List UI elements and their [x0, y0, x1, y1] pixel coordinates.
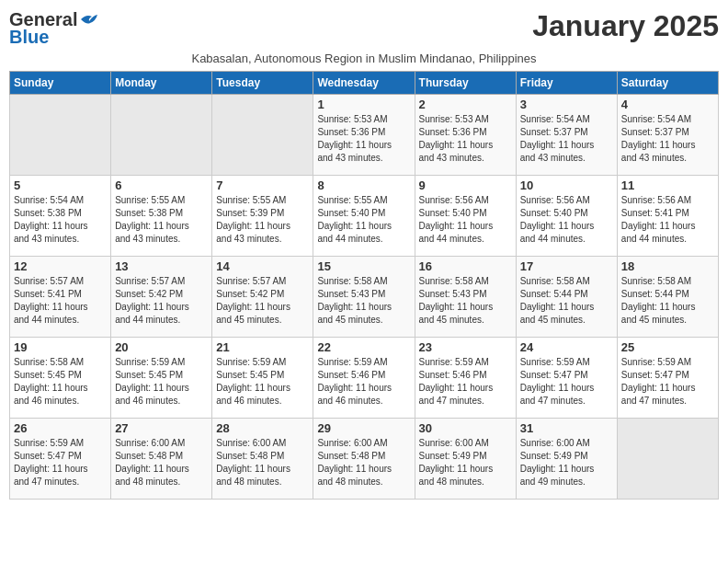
cell-text: Daylight: 11 hours — [216, 463, 309, 476]
cell-text: Sunrise: 5:58 AM — [520, 275, 613, 288]
day-number: 14 — [216, 259, 309, 273]
cell-text: and 46 minutes. — [216, 395, 309, 408]
calendar-cell: 25Sunrise: 5:59 AMSunset: 5:47 PMDayligh… — [617, 338, 718, 419]
cell-text: Sunrise: 5:54 AM — [14, 194, 107, 207]
cell-text: Sunrise: 5:58 AM — [14, 356, 107, 369]
cell-text: Sunset: 5:49 PM — [419, 450, 512, 463]
day-number: 19 — [14, 340, 107, 354]
cell-text: and 47 minutes. — [520, 395, 613, 408]
week-row-2: 5Sunrise: 5:54 AMSunset: 5:38 PMDaylight… — [10, 176, 719, 257]
calendar-table: Sunday Monday Tuesday Wednesday Thursday… — [9, 71, 719, 500]
cell-text: Daylight: 11 hours — [14, 382, 107, 395]
calendar-cell: 13Sunrise: 5:57 AMSunset: 5:42 PMDayligh… — [111, 257, 212, 338]
day-number: 31 — [520, 421, 613, 435]
calendar-cell: 30Sunrise: 6:00 AMSunset: 5:49 PMDayligh… — [415, 419, 516, 500]
cell-text: Daylight: 11 hours — [317, 220, 410, 233]
cell-text: and 46 minutes. — [115, 395, 208, 408]
calendar-cell: 1Sunrise: 5:53 AMSunset: 5:36 PMDaylight… — [313, 95, 415, 176]
header-thursday: Thursday — [415, 72, 516, 95]
cell-text: Sunset: 5:41 PM — [621, 207, 714, 220]
cell-text: and 47 minutes. — [621, 395, 714, 408]
cell-text: and 45 minutes. — [317, 314, 410, 327]
cell-text: and 48 minutes. — [317, 476, 410, 488]
calendar-cell: 16Sunrise: 5:58 AMSunset: 5:43 PMDayligh… — [415, 257, 516, 338]
subtitle: Kabasalan, Autonomous Region in Muslim M… — [9, 52, 719, 65]
cell-text: Daylight: 11 hours — [621, 301, 714, 314]
calendar-cell: 6Sunrise: 5:55 AMSunset: 5:38 PMDaylight… — [111, 176, 212, 257]
cell-text: Sunrise: 5:53 AM — [419, 113, 512, 126]
cell-text: Sunrise: 5:55 AM — [115, 194, 208, 207]
day-number: 23 — [419, 340, 512, 354]
cell-text: Sunrise: 6:00 AM — [115, 437, 208, 450]
cell-text: and 44 minutes. — [621, 233, 714, 246]
cell-text: Sunset: 5:38 PM — [115, 207, 208, 220]
day-number: 4 — [621, 98, 714, 111]
cell-text: Daylight: 11 hours — [216, 220, 309, 233]
cell-text: and 44 minutes. — [317, 233, 410, 246]
header: General Blue January 2025 — [9, 9, 719, 48]
cell-text: Sunset: 5:40 PM — [317, 207, 410, 220]
cell-text: Sunset: 5:40 PM — [419, 207, 512, 220]
cell-text: Sunrise: 5:58 AM — [419, 275, 512, 288]
logo-blue: Blue — [9, 27, 49, 48]
cell-text: Sunset: 5:38 PM — [14, 207, 107, 220]
cell-text: Daylight: 11 hours — [216, 382, 309, 395]
day-number: 13 — [115, 259, 208, 273]
calendar-cell: 22Sunrise: 5:59 AMSunset: 5:46 PMDayligh… — [313, 338, 415, 419]
calendar-cell: 18Sunrise: 5:58 AMSunset: 5:44 PMDayligh… — [617, 257, 718, 338]
cell-text: and 43 minutes. — [317, 152, 410, 165]
day-number: 17 — [520, 259, 613, 273]
cell-text: Sunrise: 5:55 AM — [317, 194, 410, 207]
cell-text: Sunset: 5:43 PM — [419, 288, 512, 301]
cell-text: and 43 minutes. — [216, 233, 309, 246]
cell-text: Daylight: 11 hours — [14, 301, 107, 314]
cell-text: and 45 minutes. — [621, 314, 714, 327]
cell-text: Sunrise: 5:59 AM — [115, 356, 208, 369]
cell-text: Daylight: 11 hours — [14, 463, 107, 476]
cell-text: Daylight: 11 hours — [419, 382, 512, 395]
day-number: 25 — [621, 340, 714, 354]
calendar-cell: 11Sunrise: 5:56 AMSunset: 5:41 PMDayligh… — [617, 176, 718, 257]
calendar-cell: 28Sunrise: 6:00 AMSunset: 5:48 PMDayligh… — [212, 419, 313, 500]
cell-text: Sunset: 5:42 PM — [115, 288, 208, 301]
cell-text: Sunset: 5:37 PM — [621, 126, 714, 139]
cell-text: and 43 minutes. — [14, 233, 107, 246]
cell-text: and 43 minutes. — [115, 233, 208, 246]
day-number: 8 — [317, 178, 410, 192]
cell-text: Sunset: 5:45 PM — [14, 369, 107, 382]
day-number: 20 — [115, 340, 208, 354]
calendar-cell: 26Sunrise: 5:59 AMSunset: 5:47 PMDayligh… — [10, 419, 111, 500]
cell-text: and 43 minutes. — [520, 152, 613, 165]
day-number: 21 — [216, 340, 309, 354]
calendar-cell: 4Sunrise: 5:54 AMSunset: 5:37 PMDaylight… — [617, 95, 718, 176]
week-row-1: 1Sunrise: 5:53 AMSunset: 5:36 PMDaylight… — [10, 95, 719, 176]
calendar-cell: 24Sunrise: 5:59 AMSunset: 5:47 PMDayligh… — [516, 338, 617, 419]
day-number: 16 — [419, 259, 512, 273]
cell-text: Sunset: 5:49 PM — [520, 450, 613, 463]
day-number: 24 — [520, 340, 613, 354]
header-monday: Monday — [111, 72, 212, 95]
cell-text: Daylight: 11 hours — [621, 220, 714, 233]
calendar-cell: 14Sunrise: 5:57 AMSunset: 5:42 PMDayligh… — [212, 257, 313, 338]
cell-text: Sunrise: 5:59 AM — [216, 356, 309, 369]
calendar-cell: 3Sunrise: 5:54 AMSunset: 5:37 PMDaylight… — [516, 95, 617, 176]
cell-text: and 49 minutes. — [520, 476, 613, 488]
cell-text: Sunrise: 6:00 AM — [317, 437, 410, 450]
calendar-cell: 19Sunrise: 5:58 AMSunset: 5:45 PMDayligh… — [10, 338, 111, 419]
cell-text: Daylight: 11 hours — [115, 382, 208, 395]
cell-text: Daylight: 11 hours — [520, 301, 613, 314]
cell-text: Sunrise: 5:59 AM — [317, 356, 410, 369]
day-number: 7 — [216, 178, 309, 192]
week-row-3: 12Sunrise: 5:57 AMSunset: 5:41 PMDayligh… — [10, 257, 719, 338]
cell-text: Daylight: 11 hours — [419, 463, 512, 476]
day-number: 6 — [115, 178, 208, 192]
calendar-cell: 5Sunrise: 5:54 AMSunset: 5:38 PMDaylight… — [10, 176, 111, 257]
cell-text: Sunrise: 5:57 AM — [115, 275, 208, 288]
cell-text: and 48 minutes. — [115, 476, 208, 488]
cell-text: Sunrise: 5:55 AM — [216, 194, 309, 207]
calendar-cell: 15Sunrise: 5:58 AMSunset: 5:43 PMDayligh… — [313, 257, 415, 338]
cell-text: Daylight: 11 hours — [14, 220, 107, 233]
calendar-cell — [212, 95, 313, 176]
cell-text: Sunset: 5:43 PM — [317, 288, 410, 301]
cell-text: Daylight: 11 hours — [419, 220, 512, 233]
